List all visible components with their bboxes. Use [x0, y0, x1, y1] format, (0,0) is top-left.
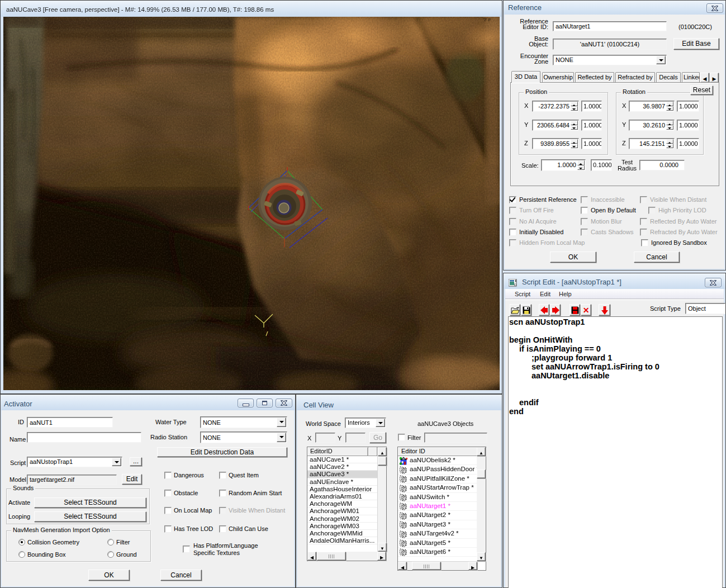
svg-text:'7' F: '7' F — [483, 17, 491, 22]
